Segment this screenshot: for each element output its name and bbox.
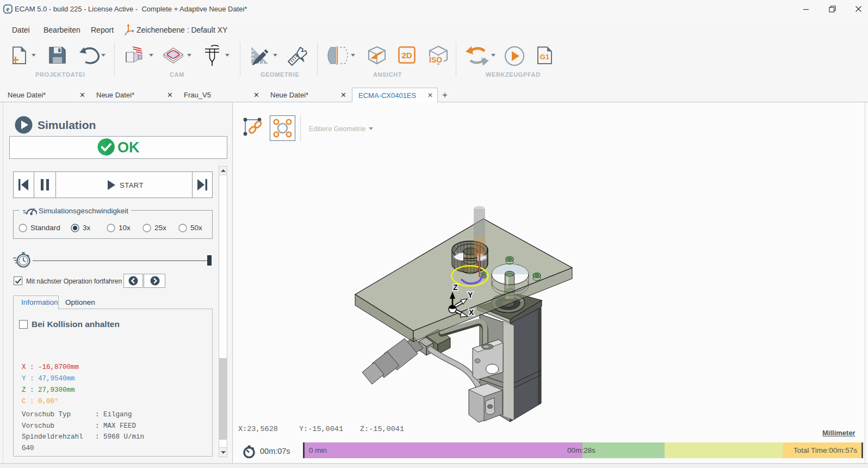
- svg-text:X: X: [469, 308, 474, 317]
- svg-text:Z: Z: [453, 283, 458, 292]
- svg-text:e: e: [7, 5, 10, 13]
- svg-text:G1: G1: [540, 53, 549, 61]
- svg-text:ISO: ISO: [429, 56, 442, 64]
- svg-text:2D: 2D: [401, 51, 412, 60]
- svg-text:Y: Y: [468, 291, 473, 299]
